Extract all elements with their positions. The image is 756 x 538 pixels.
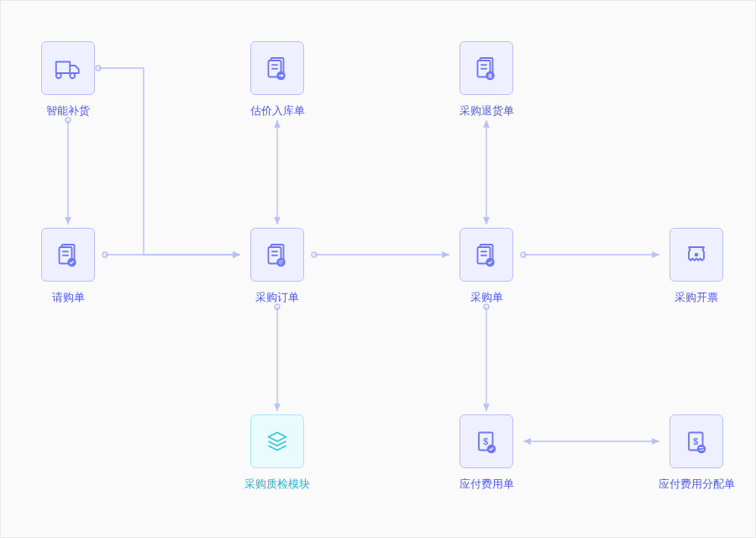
svg-text:退: 退 bbox=[487, 73, 493, 78]
doc-order-icon: 订 bbox=[250, 228, 304, 282]
stack-icon bbox=[250, 414, 304, 468]
node-label: 采购开票 bbox=[675, 290, 718, 305]
node-purchase-order[interactable]: 订 采购订单 bbox=[244, 228, 311, 305]
node-label: 采购退货单 bbox=[459, 103, 514, 119]
doc-money-icon: $ bbox=[459, 414, 513, 468]
receipt-icon bbox=[669, 228, 723, 282]
doc-swap-icon: $ bbox=[669, 414, 723, 468]
node-label: 采购单 bbox=[470, 290, 503, 305]
node-requisition[interactable]: 请购单 bbox=[34, 228, 102, 305]
flow-diagram: 智能补货 估价入库单 退 采购退货单 请购单 订 采购订单 采购单 bbox=[1, 1, 755, 537]
svg-text:订: 订 bbox=[278, 260, 283, 265]
svg-point-37 bbox=[695, 253, 699, 257]
doc-check-icon bbox=[459, 228, 513, 282]
node-label: 请购单 bbox=[52, 290, 85, 305]
node-qc-module[interactable]: 采购质检模块 bbox=[244, 414, 311, 492]
node-purchase-note[interactable]: 采购单 bbox=[453, 228, 520, 305]
node-payable[interactable]: $ 应付费用单 bbox=[453, 414, 520, 492]
node-label: 采购质检模块 bbox=[244, 477, 310, 492]
doc-check-icon bbox=[41, 228, 95, 282]
doc-arrow-icon bbox=[250, 41, 304, 95]
connectors bbox=[1, 1, 756, 538]
node-label: 估价入库单 bbox=[250, 103, 305, 119]
node-invoice[interactable]: 采购开票 bbox=[663, 228, 730, 305]
node-payable-alloc[interactable]: $ 应付费用分配单 bbox=[663, 414, 730, 492]
svg-text:$: $ bbox=[693, 436, 698, 446]
node-label: 应付费用单 bbox=[459, 477, 514, 492]
node-label: 应付费用分配单 bbox=[659, 477, 735, 492]
node-label: 采购订单 bbox=[255, 290, 299, 305]
node-estimate-inbound[interactable]: 估价入库单 bbox=[244, 41, 311, 119]
node-return-order[interactable]: 退 采购退货单 bbox=[453, 41, 520, 119]
svg-point-43 bbox=[697, 445, 706, 454]
node-smart-restock[interactable]: 智能补货 bbox=[34, 41, 102, 119]
doc-return-icon: 退 bbox=[459, 41, 513, 95]
svg-text:$: $ bbox=[483, 436, 488, 446]
truck-icon bbox=[41, 41, 95, 95]
node-label: 智能补货 bbox=[46, 103, 90, 119]
